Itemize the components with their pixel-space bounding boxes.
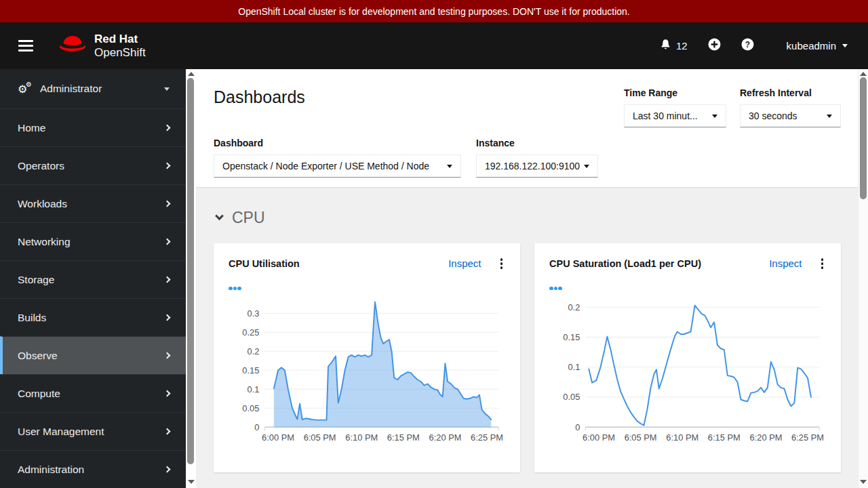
svg-text:6:05 PM: 6:05 PM	[304, 432, 336, 443]
svg-text:0.15: 0.15	[563, 332, 580, 342]
user-menu[interactable]: kubeadmin	[787, 40, 848, 52]
cpu-section-toggle[interactable]: CPU	[216, 209, 841, 227]
plus-circle-icon	[708, 38, 721, 54]
chevron-down-icon	[842, 44, 848, 47]
refresh-interval-label: Refresh Interval	[740, 87, 841, 98]
add-button[interactable]	[708, 38, 721, 54]
hamburger-menu-icon[interactable]	[18, 40, 33, 52]
sidebar-item-observe[interactable]: Observe	[0, 336, 186, 374]
svg-text:6:00 PM: 6:00 PM	[262, 432, 294, 443]
scrollbar-thumb[interactable]	[187, 78, 194, 464]
chevron-right-icon	[164, 390, 171, 397]
dashboard-value: Openstack / Node Exporter / USE Method /…	[222, 161, 429, 171]
dashboard-label: Dashboard	[214, 138, 461, 148]
scroll-up-icon[interactable]	[188, 72, 195, 76]
card-title: CPU Utilisation	[229, 258, 300, 269]
chevron-down-icon	[712, 115, 717, 118]
sidebar-item-storage[interactable]: Storage	[0, 260, 186, 298]
svg-text:0.25: 0.25	[242, 327, 259, 338]
sidebar-item-builds[interactable]: Builds	[0, 298, 186, 336]
sidebar-item-networking[interactable]: Networking	[0, 222, 186, 260]
instance-label: Instance	[476, 138, 598, 148]
sidebar-item-user-management[interactable]: User Management	[0, 412, 186, 450]
scrollbar-thumb[interactable]	[860, 77, 867, 199]
svg-text:6:10 PM: 6:10 PM	[345, 432, 378, 443]
kebab-menu-icon[interactable]	[818, 257, 827, 270]
svg-text:6:20 PM: 6:20 PM	[429, 432, 462, 443]
dashboard-scrollbar[interactable]	[858, 69, 868, 488]
sidebar-nav: ⚙⚙ Administrator Home Operators Workload…	[0, 69, 186, 488]
svg-text:0: 0	[254, 422, 259, 432]
sidebar-item-label: Builds	[18, 312, 46, 324]
page-title: Dashboards	[214, 87, 305, 107]
page-scrollbar[interactable]	[186, 69, 196, 488]
main-content: Dashboards Time Range Last 30 minut... R…	[196, 69, 858, 488]
masthead: Red Hat OpenShift 12	[0, 22, 868, 69]
scroll-up-icon[interactable]	[860, 72, 867, 76]
svg-text:6:05 PM: 6:05 PM	[625, 432, 657, 443]
chevron-right-icon	[164, 239, 171, 245]
sidebar-item-compute[interactable]: Compute	[0, 374, 186, 412]
sidebar-item-workloads[interactable]: Workloads	[0, 184, 186, 222]
inspect-link[interactable]: Inspect	[769, 258, 802, 269]
chevron-right-icon	[164, 352, 171, 359]
svg-text:0.1: 0.1	[247, 384, 259, 394]
svg-text:?: ?	[745, 40, 749, 49]
inspect-link[interactable]: Inspect	[448, 258, 481, 269]
chevron-right-icon	[164, 201, 171, 207]
sidebar-item-administration[interactable]: Administration	[0, 450, 186, 488]
svg-text:6:25 PM: 6:25 PM	[471, 432, 503, 443]
help-button[interactable]: ?	[741, 38, 754, 54]
openshift-console: OpenShift Local cluster is for developme…	[0, 0, 868, 488]
scroll-down-icon[interactable]	[860, 480, 867, 484]
username: kubeadmin	[787, 40, 836, 52]
dashboard-select[interactable]: Openstack / Node Exporter / USE Method /…	[214, 155, 461, 178]
sidebar-item-label: Operators	[18, 160, 64, 172]
sidebar-item-operators[interactable]: Operators	[0, 146, 186, 184]
svg-text:6:00 PM: 6:00 PM	[583, 432, 615, 443]
time-range-value: Last 30 minut...	[633, 110, 698, 121]
sidebar-item-label: Workloads	[18, 198, 67, 210]
svg-text:0.2: 0.2	[568, 302, 580, 312]
chevron-right-icon	[164, 163, 171, 169]
cpu-saturation-chart: 00.050.10.150.26:00 PM6:05 PM6:10 PM6:15…	[549, 291, 826, 445]
sidebar-item-label: Observe	[18, 350, 58, 362]
card-title: CPU Saturation (Load1 per CPU)	[549, 258, 701, 269]
cpu-utilisation-card: CPU Utilisation Inspect 00.050.10.150.20…	[214, 243, 520, 472]
perspective-switcher[interactable]: ⚙⚙ Administrator	[0, 69, 186, 108]
cpu-saturation-card: CPU Saturation (Load1 per CPU) Inspect 0…	[534, 243, 841, 472]
gears-icon: ⚙⚙	[18, 83, 33, 96]
svg-text:6:15 PM: 6:15 PM	[708, 432, 741, 443]
kebab-menu-icon[interactable]	[498, 257, 506, 270]
notifications-button[interactable]: 12	[660, 39, 688, 53]
chevron-down-icon	[584, 165, 589, 168]
svg-text:6:10 PM: 6:10 PM	[666, 432, 698, 443]
time-range-select[interactable]: Last 30 minut...	[624, 104, 726, 127]
sidebar-item-label: Home	[18, 122, 45, 134]
redhat-fedora-icon	[58, 34, 87, 58]
chevron-right-icon	[164, 277, 171, 283]
instance-select[interactable]: 192.168.122.100:9100	[476, 155, 598, 178]
cpu-utilisation-chart: 00.050.10.150.20.250.36:00 PM6:05 PM6:10…	[229, 291, 505, 445]
chevron-right-icon	[164, 314, 171, 321]
bell-icon	[660, 39, 671, 53]
svg-text:6:15 PM: 6:15 PM	[387, 432, 420, 443]
chart-legend-dots[interactable]	[229, 287, 505, 291]
chart-legend-dots[interactable]	[549, 287, 826, 291]
question-circle-icon: ?	[741, 38, 754, 54]
cluster-warning-banner: OpenShift Local cluster is for developme…	[0, 0, 868, 22]
dashboards-header-section: Dashboards Time Range Last 30 minut... R…	[196, 69, 858, 188]
svg-text:0.1: 0.1	[568, 362, 580, 372]
brand-name: Red Hat	[94, 33, 146, 46]
refresh-interval-value: 30 seconds	[749, 110, 797, 121]
chevron-down-icon	[164, 87, 170, 91]
cpu-section-title: CPU	[232, 209, 265, 227]
sidebar-item-home[interactable]: Home	[0, 108, 186, 146]
chevron-down-icon	[215, 211, 224, 220]
refresh-interval-select[interactable]: 30 seconds	[740, 104, 841, 127]
scroll-down-icon[interactable]	[188, 480, 195, 484]
sidebar-item-label: Networking	[18, 236, 71, 248]
svg-text:0.3: 0.3	[247, 308, 259, 319]
brand-logo[interactable]: Red Hat OpenShift	[58, 33, 146, 59]
svg-text:0: 0	[575, 422, 580, 432]
